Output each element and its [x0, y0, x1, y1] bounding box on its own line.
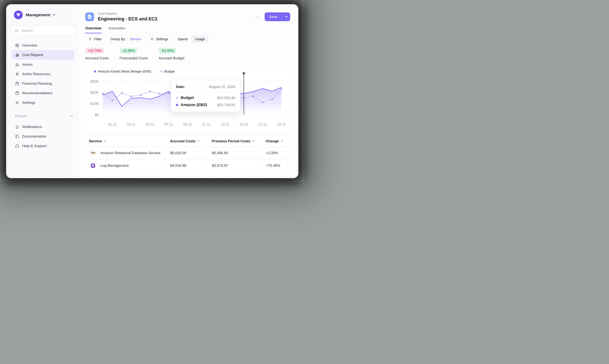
- previous-cost-cell: $2,573.97: [207, 159, 260, 172]
- bar-chart-icon: [15, 53, 19, 57]
- sidebar-item-settings[interactable]: Settings: [11, 98, 74, 107]
- page-header: Cost Reports Engineering - ECS and EC2 ·…: [85, 12, 290, 22]
- page-title: Engineering - ECS and EC2: [98, 16, 157, 22]
- column-header-service[interactable]: Service: [85, 136, 165, 146]
- column-header-accrued-costs[interactable]: Accrued Costs: [165, 136, 207, 146]
- svg-text:$0: $0: [95, 113, 99, 117]
- pinned-section-toggle[interactable]: Pinned: [7, 112, 78, 120]
- table-row-rds[interactable]: aws Amazon Relational Database Service $…: [85, 147, 290, 159]
- zap-icon: [15, 72, 19, 76]
- svg-text:13.11: 13.11: [221, 122, 230, 126]
- series-dot-icon: [160, 70, 162, 73]
- app-window: Management Search Overview Cost: [6, 4, 298, 178]
- filter-button[interactable]: Filter: [85, 36, 105, 43]
- service-name: Log Management: [100, 164, 129, 168]
- chevron-down-icon: [53, 14, 55, 16]
- svg-text:07.11: 07.11: [164, 122, 173, 126]
- report-doc-icon: [85, 13, 94, 21]
- bookmark-square-icon: [15, 91, 19, 95]
- sidebar-item-cost-reports[interactable]: Cost Reports: [11, 50, 74, 60]
- diamond-trio-icon: [16, 13, 21, 17]
- workspace-name: Management: [26, 13, 50, 17]
- chart-settings-button[interactable]: Settings: [147, 36, 171, 43]
- save-options-button[interactable]: [282, 13, 290, 21]
- sidebar-item-issues[interactable]: Issues: [11, 60, 74, 69]
- group-by-divider: [127, 37, 128, 41]
- sidebar-item-recommendations[interactable]: Recommendations: [11, 88, 74, 98]
- series-dot-icon: [94, 70, 96, 73]
- legend-chip-budget[interactable]: Budget: [157, 68, 178, 75]
- service-name: Amazon Relational Database Service: [100, 151, 160, 155]
- workspace-logo: [14, 11, 23, 19]
- calendar-icon: [15, 81, 19, 86]
- sidebar-item-overview[interactable]: Overview: [11, 41, 74, 50]
- tab-anomalies[interactable]: Anomalies: [109, 26, 126, 33]
- more-actions-button[interactable]: ···: [253, 13, 261, 21]
- svg-text:$30K: $30K: [91, 79, 99, 83]
- svg-text:19.11: 19.11: [277, 122, 286, 126]
- cost-chart-card: Amazon Elastic Block Storage (EBS) Budge…: [85, 64, 290, 133]
- spend-usage-toggle: Spend Usage: [174, 36, 209, 43]
- sidebar-nav: Overview Cost Reports Issues Active Reso…: [7, 41, 78, 107]
- svg-text:17.11: 17.11: [258, 122, 267, 126]
- stat-badge: +12.78%: [85, 48, 104, 54]
- table-row-log-management[interactable]: Log Management $4,516.86 $2,573.97 +75.4…: [85, 159, 290, 172]
- chart-legend: Amazon Elastic Block Storage (EBS) Budge…: [91, 68, 178, 75]
- headphones-icon: [15, 144, 19, 148]
- svg-text:11.11: 11.11: [202, 122, 211, 126]
- sort-icon: [252, 140, 255, 142]
- ellipsis-icon: ···: [255, 14, 259, 19]
- chevron-down-icon: [285, 16, 288, 18]
- dashboard-grid-icon: [15, 43, 19, 48]
- filter-lines-icon: [89, 38, 92, 41]
- svg-text:03.11: 03.11: [127, 122, 136, 126]
- segment-usage[interactable]: Usage: [191, 36, 208, 42]
- stat-accrued-costs: +12.78% Accrued Costs: [85, 48, 109, 60]
- stat-badge: -15.89%: [120, 48, 137, 54]
- tooltip-date-value: August 15, 2025: [209, 85, 235, 89]
- svg-text:$10K: $10K: [91, 102, 99, 106]
- column-header-change[interactable]: Change: [260, 136, 290, 146]
- toolbar: Filter Group By Service Settings Spend U…: [85, 36, 290, 43]
- svg-text:09.11: 09.11: [183, 122, 192, 126]
- sidebar-item-financial-planning[interactable]: Financial Planning: [11, 79, 74, 88]
- stats-row: +12.78% Accrued Costs -15.89% Forecasted…: [85, 48, 290, 60]
- accrued-cost-cell: $4,516.86: [165, 159, 207, 172]
- sidebar-item-active-resources[interactable]: Active Resources: [11, 69, 74, 79]
- search-input[interactable]: Search: [12, 26, 76, 35]
- column-header-previous-period-costs[interactable]: Previous Period Costs: [207, 136, 260, 146]
- sidebar-divider: [11, 111, 74, 112]
- table-row-partial[interactable]: [85, 172, 290, 176]
- svg-text:01.11: 01.11: [108, 122, 117, 126]
- sort-icon: [281, 140, 284, 142]
- books-icon: [15, 134, 19, 139]
- search-icon: [14, 29, 19, 33]
- series-dot-icon: [176, 104, 178, 106]
- legend-chip-ebs[interactable]: Amazon Elastic Block Storage (EBS): [91, 68, 155, 75]
- change-cell: +2.28%: [260, 147, 290, 159]
- gear-icon: [150, 37, 154, 41]
- gear-icon: [15, 101, 19, 105]
- stat-accrued-budget: -63.55% Accrued Budget: [158, 48, 184, 60]
- main-content: Cost Reports Engineering - ECS and EC2 ·…: [78, 6, 297, 177]
- chevron-up-icon: [70, 116, 73, 117]
- workspace-switcher[interactable]: Management: [7, 6, 78, 24]
- save-split-button[interactable]: Save: [265, 13, 290, 21]
- previous-cost-cell: $5,496.60: [207, 147, 260, 159]
- warning-triangle-icon: [15, 62, 19, 66]
- tooltip-divider: [176, 92, 235, 92]
- save-button[interactable]: Save: [265, 13, 282, 21]
- segment-spend[interactable]: Spend: [174, 36, 191, 42]
- tab-overview[interactable]: Overview: [85, 26, 102, 33]
- stat-forecasted-costs: -15.89% Forecasted Costs: [120, 48, 148, 60]
- stat-label: Accrued Budget: [158, 56, 184, 60]
- bell-icon: [15, 125, 19, 129]
- group-by-button[interactable]: Group By Service: [107, 36, 145, 43]
- sidebar-pinned-nav: Notifications Documentation Help & Suppo…: [7, 122, 78, 151]
- sidebar-item-help-support[interactable]: Help & Support: [11, 141, 74, 151]
- sidebar-item-notifications[interactable]: Notifications: [11, 122, 74, 132]
- chart-tooltip: Date: August 15, 2025 Budget $19,634,30 …: [171, 80, 240, 112]
- sidebar-item-documentation[interactable]: Documentation: [11, 132, 74, 141]
- stat-badge: -63.55%: [158, 48, 176, 54]
- tab-bar: Overview Anomalies: [85, 26, 290, 33]
